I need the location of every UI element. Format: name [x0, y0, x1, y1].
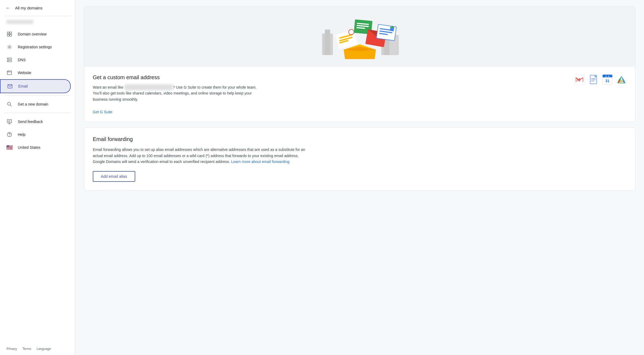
- website-icon: [6, 70, 12, 76]
- svg-point-14: [8, 102, 10, 105]
- svg-point-12: [9, 71, 9, 72]
- language-link[interactable]: Language: [37, 347, 51, 351]
- svg-rect-16: [7, 119, 12, 123]
- svg-rect-3: [10, 34, 12, 36]
- help-icon: [6, 132, 12, 137]
- custom-email-title: Get a custom email address: [93, 74, 568, 81]
- dns-icon: [6, 57, 12, 63]
- gsuite-icons: M ▲ ▲: [574, 74, 627, 85]
- sidebar-nav: Domain overview Registration settings: [0, 28, 75, 343]
- custom-email-description: Want an email like yourname@yourdomain.c…: [93, 84, 265, 102]
- flag-icon: 🇺🇸: [6, 144, 12, 150]
- svg-rect-0: [7, 32, 9, 34]
- back-to-all-domains[interactable]: ← All my domains: [0, 0, 75, 16]
- email-forwarding-description: Email forwarding allows you to set up al…: [93, 147, 308, 165]
- privacy-link[interactable]: Privacy: [6, 347, 17, 351]
- sidebar-item-get-new-domain[interactable]: Get a new domain: [0, 98, 71, 111]
- back-arrow-icon: ←: [5, 5, 11, 11]
- calendar-icon: ▲ ▲ 31: [602, 74, 613, 85]
- custom-email-card: Get a custom email address Want an email…: [84, 6, 635, 122]
- back-label: All my domains: [15, 6, 42, 10]
- sidebar-item-send-feedback[interactable]: Send feedback: [0, 115, 71, 128]
- sidebar-item-label: Domain overview: [18, 32, 47, 36]
- sidebar-footer: Privacy Terms Language: [0, 343, 75, 355]
- svg-point-8: [8, 61, 9, 61]
- sidebar-mid-divider: [4, 95, 71, 96]
- add-email-alias-button[interactable]: Add email alias: [93, 171, 135, 182]
- svg-rect-6: [7, 60, 12, 62]
- sidebar-item-website[interactable]: Website: [0, 66, 71, 79]
- main-content: Get a custom email address Want an email…: [75, 0, 644, 355]
- email-forwarding-card: Email forwarding Email forwarding allows…: [84, 127, 635, 191]
- svg-rect-1: [10, 32, 12, 34]
- sidebar-item-label: Send feedback: [18, 119, 43, 124]
- svg-point-4: [9, 46, 10, 48]
- svg-rect-47: [390, 28, 394, 31]
- illustration-area: [84, 7, 635, 67]
- svg-rect-24: [325, 30, 330, 55]
- sidebar-item-registration-settings[interactable]: Registration settings: [0, 41, 71, 53]
- drive-icon: [616, 74, 627, 85]
- desc-prefix: Want an email like: [93, 85, 124, 89]
- svg-point-11: [8, 71, 8, 72]
- svg-point-7: [8, 59, 9, 59]
- svg-rect-5: [7, 58, 12, 59]
- sidebar-item-label: Get a new domain: [18, 102, 48, 106]
- sidebar-item-dns[interactable]: DNS: [0, 53, 71, 66]
- svg-rect-2: [7, 34, 9, 36]
- email-icon: [7, 83, 13, 89]
- sidebar-item-united-states[interactable]: 🇺🇸 United States: [0, 141, 71, 154]
- blurred-email: yourname@yourdomain.com: [124, 84, 173, 90]
- settings-icon: [6, 44, 12, 50]
- sidebar-item-domain-overview[interactable]: Domain overview: [0, 28, 71, 41]
- sidebar: ← All my domains yourdomain.com Domain o…: [0, 0, 75, 355]
- gmail-icon: M: [574, 74, 585, 85]
- sidebar-item-label: DNS: [18, 58, 26, 62]
- docs-icon: [588, 74, 599, 85]
- svg-text:M: M: [577, 78, 581, 82]
- feedback-icon: [6, 119, 12, 125]
- get-gsuite-link[interactable]: Get G Suite: [93, 110, 112, 114]
- svg-line-15: [10, 105, 12, 106]
- sidebar-item-email[interactable]: Email: [0, 79, 71, 93]
- sidebar-item-label: Help: [18, 132, 26, 137]
- sidebar-item-label: Email: [18, 84, 28, 88]
- grid-icon: [6, 31, 12, 37]
- get-gsuite-section: Get G Suite: [84, 110, 635, 122]
- custom-email-text: Get a custom email address Want an email…: [93, 74, 568, 102]
- email-forwarding-title: Email forwarding: [93, 136, 627, 142]
- sidebar-item-label: Website: [18, 71, 31, 75]
- domain-name-text: yourdomain.com: [6, 20, 33, 24]
- domain-name: yourdomain.com: [0, 16, 75, 28]
- search-icon: [6, 101, 12, 107]
- sidebar-item-help[interactable]: Help: [0, 128, 71, 141]
- sidebar-item-label: Registration settings: [18, 45, 52, 49]
- custom-email-body: Get a custom email address Want an email…: [84, 67, 635, 110]
- sidebar-lower-divider: [4, 113, 71, 113]
- email-illustration: [317, 17, 403, 60]
- svg-point-22: [9, 136, 10, 136]
- terms-link[interactable]: Terms: [22, 347, 31, 351]
- sidebar-item-label: United States: [18, 145, 40, 150]
- learn-more-link[interactable]: Learn more about email forwarding: [231, 160, 289, 164]
